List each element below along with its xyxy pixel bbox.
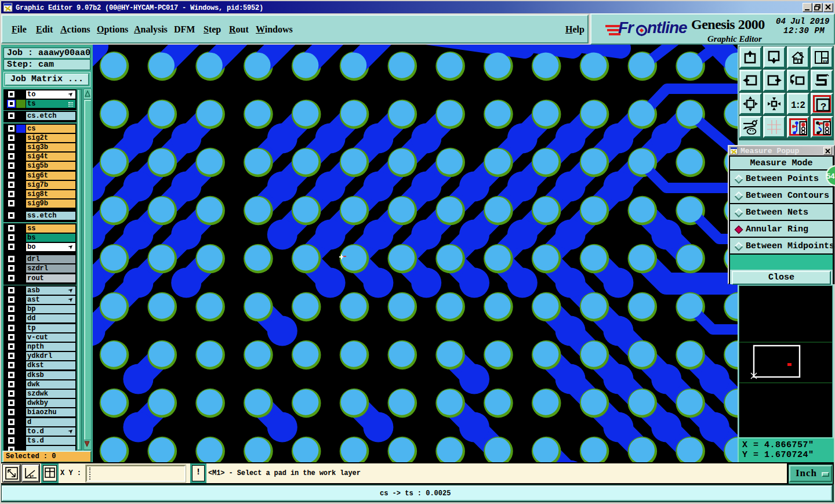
svg-text:1:2: 1:2 [791, 100, 805, 111]
svg-text:xy: xy [823, 59, 827, 64]
svg-text:54: 54 [826, 172, 835, 180]
svg-text:α: α [31, 474, 34, 477]
svg-text:?: ? [821, 101, 826, 113]
